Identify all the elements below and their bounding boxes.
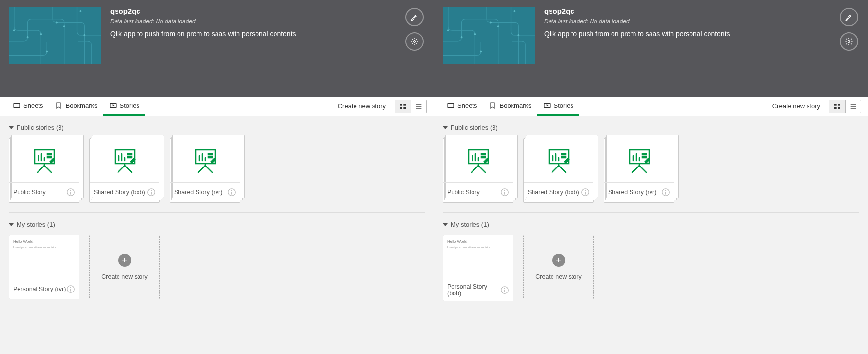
story-card-label: Personal Story (rvr)	[13, 286, 66, 292]
svg-point-89	[504, 190, 505, 191]
caret-down-icon	[443, 223, 448, 226]
plus-icon: +	[118, 254, 131, 267]
caret-down-icon	[9, 126, 14, 129]
svg-point-42	[151, 190, 152, 191]
svg-rect-114	[665, 192, 666, 194]
app-thumbnail	[443, 7, 535, 64]
svg-rect-99	[562, 157, 566, 158]
grid-view-button[interactable]	[395, 100, 411, 113]
story-card[interactable]: Hello World!Lorem ipsum dolor sit amet c…	[443, 235, 513, 301]
svg-rect-90	[504, 192, 505, 194]
svg-point-60	[447, 29, 449, 31]
public-stories-header[interactable]: Public stories (3)	[9, 124, 425, 131]
story-card[interactable]: Shared Story (bob)	[523, 138, 594, 203]
plus-icon: +	[552, 254, 565, 267]
svg-rect-102	[585, 192, 586, 194]
app-thumbnail	[9, 7, 101, 64]
settings-button[interactable]	[405, 32, 424, 51]
svg-rect-110	[642, 154, 646, 155]
info-icon[interactable]	[581, 188, 590, 197]
svg-line-34	[118, 166, 125, 172]
caret-down-icon	[9, 223, 14, 226]
story-card-label: Shared Story (rvr)	[174, 189, 222, 196]
list-view-button[interactable]	[845, 100, 861, 113]
create-story-card[interactable]: +Create new story	[523, 235, 594, 299]
caret-down-icon	[443, 126, 448, 129]
tab-sheets[interactable]: Sheets	[441, 97, 483, 116]
public-stories-header[interactable]: Public stories (3)	[443, 124, 859, 131]
svg-rect-51	[208, 154, 212, 155]
svg-point-63	[497, 25, 499, 27]
svg-line-105	[632, 166, 639, 172]
svg-rect-75	[838, 107, 840, 109]
svg-point-9	[414, 41, 416, 43]
svg-rect-98	[562, 154, 566, 155]
tab-stories[interactable]: Stories	[537, 97, 579, 116]
story-preview	[524, 139, 593, 183]
story-card[interactable]: Hello World!Lorem ipsum dolor sit amet c…	[9, 235, 79, 299]
edit-button[interactable]	[840, 8, 858, 26]
svg-point-3	[27, 36, 29, 38]
tab-sheets[interactable]: Sheets	[7, 97, 49, 116]
info-icon[interactable]	[227, 188, 236, 197]
story-card[interactable]: Shared Story (bob)	[89, 138, 160, 203]
tab-stories[interactable]: Stories	[103, 97, 145, 116]
create-new-story-link[interactable]: Create new story	[333, 103, 391, 110]
tab-sheets-label: Sheets	[457, 102, 477, 109]
svg-rect-73	[838, 104, 840, 106]
svg-rect-74	[834, 107, 837, 109]
info-icon[interactable]	[500, 286, 509, 294]
svg-line-106	[639, 166, 646, 172]
svg-point-101	[585, 190, 586, 191]
info-icon[interactable]	[66, 188, 75, 197]
svg-point-68	[848, 41, 850, 43]
story-card[interactable]: Shared Story (rvr)	[604, 138, 674, 203]
svg-rect-55	[231, 192, 232, 194]
settings-button[interactable]	[840, 32, 858, 51]
info-icon[interactable]	[66, 285, 75, 293]
story-card[interactable]: Public Story	[9, 138, 79, 203]
story-preview: Hello World!Lorem ipsum dolor sit amet c…	[443, 235, 513, 279]
story-preview	[9, 139, 79, 183]
story-card-label: Personal Story (bob)	[447, 283, 500, 297]
svg-point-64	[517, 34, 519, 36]
svg-rect-52	[208, 157, 212, 158]
my-stories-header[interactable]: My stories (1)	[443, 221, 859, 228]
svg-rect-28	[47, 157, 51, 158]
info-icon[interactable]	[147, 188, 156, 197]
public-stories-title: Public stories (3)	[451, 124, 498, 131]
svg-point-61	[474, 33, 476, 35]
app-subtitle: Data last loaded: No data loaded	[110, 18, 425, 25]
svg-point-8	[56, 21, 58, 23]
svg-rect-58	[70, 289, 71, 291]
story-card[interactable]: Shared Story (rvr)	[170, 138, 240, 203]
info-icon[interactable]	[661, 188, 670, 197]
public-stories-title: Public stories (3)	[17, 124, 64, 131]
svg-line-81	[472, 166, 478, 172]
my-stories-header[interactable]: My stories (1)	[9, 221, 425, 228]
svg-line-46	[198, 166, 205, 172]
my-stories-title: My stories (1)	[17, 221, 55, 228]
svg-rect-72	[834, 104, 837, 106]
story-preview	[90, 139, 159, 183]
story-card-label: Public Story	[447, 189, 480, 196]
tab-bookmarks[interactable]: Bookmarks	[49, 97, 103, 116]
create-new-story-link[interactable]: Create new story	[768, 103, 825, 110]
tab-bookmarks[interactable]: Bookmarks	[483, 97, 537, 116]
tab-stories-label: Stories	[554, 102, 573, 109]
svg-point-7	[79, 10, 81, 12]
info-icon[interactable]	[500, 188, 509, 197]
svg-rect-111	[642, 157, 646, 158]
grid-view-button[interactable]	[829, 100, 845, 113]
story-card-label: Public Story	[13, 189, 46, 196]
svg-line-23	[44, 166, 51, 172]
svg-point-62	[461, 36, 463, 38]
create-story-card[interactable]: +Create new story	[89, 235, 160, 299]
story-card[interactable]: Public Story	[443, 138, 513, 203]
svg-point-67	[490, 21, 492, 23]
edit-button[interactable]	[405, 8, 424, 26]
list-view-button[interactable]	[411, 100, 426, 113]
svg-marker-12	[112, 104, 114, 106]
svg-point-6	[46, 50, 48, 52]
svg-rect-16	[403, 107, 406, 109]
